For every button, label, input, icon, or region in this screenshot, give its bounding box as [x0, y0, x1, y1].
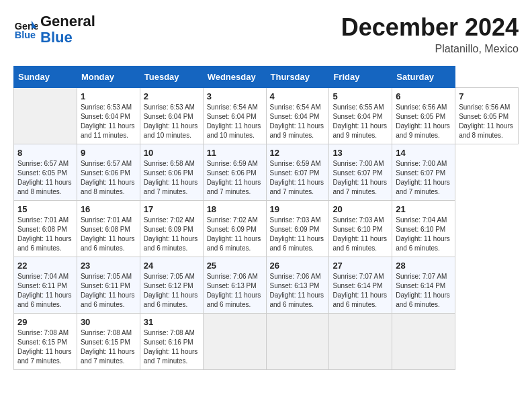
day-number: 30 — [81, 317, 136, 327]
calendar-cell: 27Sunrise: 7:07 AMSunset: 6:14 PMDayligh… — [329, 257, 392, 314]
day-number: 15 — [17, 204, 73, 214]
day-number: 12 — [270, 148, 326, 158]
day-info: Sunrise: 6:56 AMSunset: 6:05 PMDaylight:… — [396, 103, 451, 140]
calendar-cell: 17Sunrise: 7:02 AMSunset: 6:09 PMDayligh… — [140, 201, 203, 257]
svg-text:Blue: Blue — [15, 30, 36, 40]
day-number: 20 — [332, 204, 388, 214]
day-number: 17 — [144, 204, 200, 214]
day-info: Sunrise: 7:03 AMSunset: 6:09 PMDaylight:… — [270, 216, 326, 253]
day-info: Sunrise: 6:59 AMSunset: 6:06 PMDaylight:… — [207, 159, 263, 197]
day-info: Sunrise: 7:02 AMSunset: 6:09 PMDaylight:… — [207, 216, 263, 253]
calendar-cell: 22Sunrise: 7:04 AMSunset: 6:11 PMDayligh… — [14, 257, 77, 314]
day-info: Sunrise: 6:57 AMSunset: 6:06 PMDaylight:… — [81, 159, 136, 197]
calendar-cell: 24Sunrise: 7:05 AMSunset: 6:12 PMDayligh… — [140, 257, 203, 314]
month-title: December 2024 — [341, 13, 519, 42]
calendar-cell: 18Sunrise: 7:02 AMSunset: 6:09 PMDayligh… — [203, 201, 266, 257]
day-info: Sunrise: 7:01 AMSunset: 6:08 PMDaylight:… — [17, 216, 73, 253]
header-cell-wednesday: Wednesday — [203, 66, 266, 88]
day-number: 31 — [144, 317, 200, 327]
day-info: Sunrise: 6:54 AMSunset: 6:04 PMDaylight:… — [270, 103, 326, 140]
title-area: December 2024 Platanillo, Mexico — [341, 13, 519, 55]
header-cell-sunday: Sunday — [14, 66, 77, 88]
calendar-cell: 3Sunrise: 6:54 AMSunset: 6:04 PMDaylight… — [203, 88, 266, 144]
calendar-cell — [392, 314, 455, 370]
day-info: Sunrise: 6:54 AMSunset: 6:04 PMDaylight:… — [207, 103, 263, 140]
day-number: 29 — [17, 317, 73, 327]
header-cell-monday: Monday — [77, 66, 140, 88]
calendar-week-2: 8Sunrise: 6:57 AMSunset: 6:05 PMDaylight… — [14, 144, 519, 201]
day-number: 23 — [81, 261, 136, 271]
calendar-table: SundayMondayTuesdayWednesdayThursdayFrid… — [13, 66, 519, 370]
day-info: Sunrise: 7:00 AMSunset: 6:07 PMDaylight:… — [332, 159, 388, 197]
day-number: 24 — [144, 261, 200, 271]
calendar-cell: 31Sunrise: 7:08 AMSunset: 6:16 PMDayligh… — [140, 314, 203, 370]
calendar-week-4: 22Sunrise: 7:04 AMSunset: 6:11 PMDayligh… — [14, 257, 519, 314]
calendar-cell: 12Sunrise: 6:59 AMSunset: 6:07 PMDayligh… — [266, 144, 329, 201]
day-info: Sunrise: 7:08 AMSunset: 6:15 PMDaylight:… — [81, 328, 136, 366]
header: General Blue General Blue December 2024 … — [13, 13, 519, 55]
day-info: Sunrise: 6:53 AMSunset: 6:04 PMDaylight:… — [81, 103, 136, 140]
calendar-week-5: 29Sunrise: 7:08 AMSunset: 6:15 PMDayligh… — [14, 314, 519, 370]
day-number: 11 — [207, 148, 263, 158]
day-info: Sunrise: 7:07 AMSunset: 6:14 PMDaylight:… — [332, 272, 388, 310]
day-number: 1 — [81, 91, 136, 101]
day-number: 25 — [207, 261, 263, 271]
day-number: 8 — [17, 148, 73, 158]
day-info: Sunrise: 6:59 AMSunset: 6:07 PMDaylight:… — [270, 159, 326, 197]
day-number: 10 — [144, 148, 200, 158]
day-info: Sunrise: 7:05 AMSunset: 6:12 PMDaylight:… — [144, 272, 200, 310]
calendar-cell: 20Sunrise: 7:03 AMSunset: 6:10 PMDayligh… — [329, 201, 392, 257]
day-info: Sunrise: 7:07 AMSunset: 6:14 PMDaylight:… — [396, 272, 451, 310]
day-info: Sunrise: 6:58 AMSunset: 6:06 PMDaylight:… — [144, 159, 200, 197]
day-info: Sunrise: 7:05 AMSunset: 6:11 PMDaylight:… — [81, 272, 136, 310]
calendar-week-3: 15Sunrise: 7:01 AMSunset: 6:08 PMDayligh… — [14, 201, 519, 257]
calendar-cell: 25Sunrise: 7:06 AMSunset: 6:13 PMDayligh… — [203, 257, 266, 314]
day-info: Sunrise: 7:06 AMSunset: 6:13 PMDaylight:… — [207, 272, 263, 310]
calendar-cell — [329, 314, 392, 370]
calendar-cell: 21Sunrise: 7:04 AMSunset: 6:10 PMDayligh… — [392, 201, 455, 257]
day-number: 16 — [81, 204, 136, 214]
header-cell-friday: Friday — [329, 66, 392, 88]
calendar-cell: 30Sunrise: 7:08 AMSunset: 6:15 PMDayligh… — [77, 314, 140, 370]
day-number: 6 — [396, 91, 451, 101]
calendar-cell — [266, 314, 329, 370]
calendar-cell: 28Sunrise: 7:07 AMSunset: 6:14 PMDayligh… — [392, 257, 455, 314]
calendar-cell — [14, 88, 77, 144]
calendar-header-row: SundayMondayTuesdayWednesdayThursdayFrid… — [14, 66, 519, 88]
day-info: Sunrise: 7:00 AMSunset: 6:07 PMDaylight:… — [396, 159, 451, 197]
calendar-cell: 6Sunrise: 6:56 AMSunset: 6:05 PMDaylight… — [392, 88, 455, 144]
day-info: Sunrise: 6:53 AMSunset: 6:04 PMDaylight:… — [144, 103, 200, 140]
day-info: Sunrise: 7:06 AMSunset: 6:13 PMDaylight:… — [270, 272, 326, 310]
day-info: Sunrise: 7:03 AMSunset: 6:10 PMDaylight:… — [332, 216, 388, 253]
header-cell-saturday: Saturday — [392, 66, 455, 88]
day-number: 19 — [270, 204, 326, 214]
calendar-cell: 10Sunrise: 6:58 AMSunset: 6:06 PMDayligh… — [140, 144, 203, 201]
day-info: Sunrise: 7:08 AMSunset: 6:15 PMDaylight:… — [17, 328, 73, 366]
calendar-cell: 11Sunrise: 6:59 AMSunset: 6:06 PMDayligh… — [203, 144, 266, 201]
day-number: 13 — [332, 148, 388, 158]
day-number: 22 — [17, 261, 73, 271]
day-number: 7 — [459, 91, 515, 101]
day-info: Sunrise: 6:55 AMSunset: 6:04 PMDaylight:… — [332, 103, 388, 140]
calendar-cell: 23Sunrise: 7:05 AMSunset: 6:11 PMDayligh… — [77, 257, 140, 314]
day-number: 4 — [270, 91, 326, 101]
day-number: 14 — [396, 148, 451, 158]
day-number: 27 — [332, 261, 388, 271]
calendar-cell: 26Sunrise: 7:06 AMSunset: 6:13 PMDayligh… — [266, 257, 329, 314]
calendar-cell: 7Sunrise: 6:56 AMSunset: 6:05 PMDaylight… — [455, 88, 519, 144]
calendar-cell: 2Sunrise: 6:53 AMSunset: 6:04 PMDaylight… — [140, 88, 203, 144]
calendar-cell: 14Sunrise: 7:00 AMSunset: 6:07 PMDayligh… — [392, 144, 455, 201]
day-info: Sunrise: 7:08 AMSunset: 6:16 PMDaylight:… — [144, 328, 200, 366]
calendar-cell — [203, 314, 266, 370]
location-title: Platanillo, Mexico — [341, 43, 519, 55]
day-number: 28 — [396, 261, 451, 271]
calendar-body: 1Sunrise: 6:53 AMSunset: 6:04 PMDaylight… — [14, 88, 519, 370]
calendar-cell: 15Sunrise: 7:01 AMSunset: 6:08 PMDayligh… — [14, 201, 77, 257]
calendar-cell: 5Sunrise: 6:55 AMSunset: 6:04 PMDaylight… — [329, 88, 392, 144]
day-number: 18 — [207, 204, 263, 214]
day-info: Sunrise: 7:02 AMSunset: 6:09 PMDaylight:… — [144, 216, 200, 253]
day-number: 3 — [207, 91, 263, 101]
day-info: Sunrise: 6:56 AMSunset: 6:05 PMDaylight:… — [459, 103, 515, 140]
day-info: Sunrise: 7:04 AMSunset: 6:10 PMDaylight:… — [396, 216, 451, 253]
day-info: Sunrise: 6:57 AMSunset: 6:05 PMDaylight:… — [17, 159, 73, 197]
